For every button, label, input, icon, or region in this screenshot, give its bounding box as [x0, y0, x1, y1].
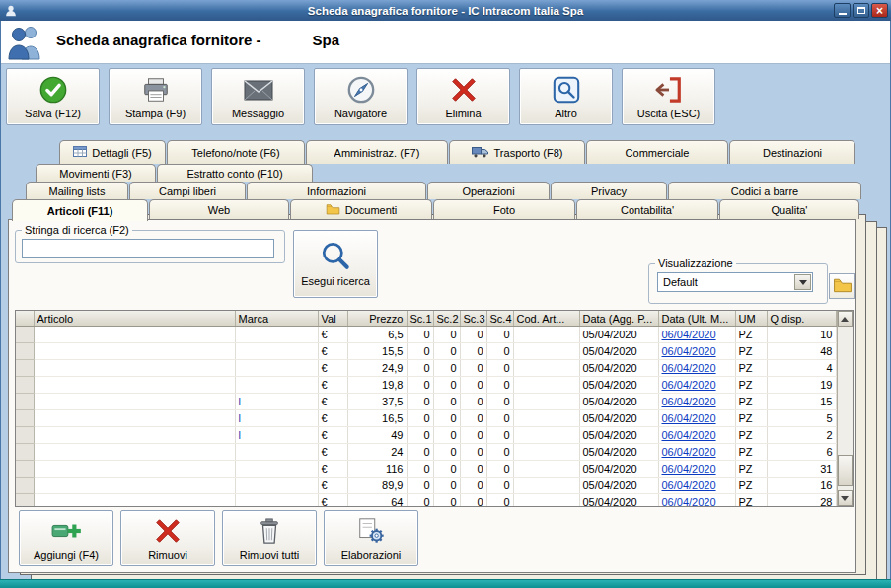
tab-estratto-conto[interactable]: Estratto conto (F10)	[157, 164, 313, 182]
row-selector-cell[interactable]	[16, 427, 34, 444]
col-um[interactable]: UM	[735, 311, 767, 327]
col-val[interactable]: Val	[318, 311, 347, 327]
cell-um: PZ	[735, 427, 767, 444]
row-selector-cell[interactable]	[16, 410, 34, 427]
col-q-disp[interactable]: Q disp.	[767, 311, 836, 327]
save-button[interactable]: Salva (F12)	[6, 68, 100, 125]
cell-val: €	[318, 327, 347, 343]
tab-telefono-note[interactable]: Telefono/note (F6)	[167, 140, 305, 164]
date-link[interactable]: 06/04/2020	[662, 429, 716, 441]
col-sc1[interactable]: Sc.1	[407, 311, 433, 327]
visualization-select[interactable]: Default	[657, 272, 813, 292]
date-link[interactable]: 06/04/2020	[662, 479, 716, 491]
tab-informazioni[interactable]: Informazioni	[247, 182, 426, 199]
message-button[interactable]: Messaggio	[211, 68, 305, 125]
delete-button[interactable]: Elimina	[416, 68, 510, 125]
tab-operazioni[interactable]: Operazioni	[427, 182, 550, 199]
date-link[interactable]: 06/04/2020	[662, 463, 716, 475]
table-row[interactable]: € 19,8 0 0 0 0 05/04/2020 06/04/2020 PZ …	[16, 377, 836, 394]
tab-contabilita[interactable]: Contabilita'	[576, 199, 718, 219]
tab-web[interactable]: Web	[149, 199, 289, 219]
col-marca[interactable]: Marca	[235, 311, 318, 327]
row-selector-cell[interactable]	[16, 478, 34, 494]
table-row[interactable]: € 24,9 0 0 0 0 05/04/2020 06/04/2020 PZ …	[16, 360, 836, 377]
close-button[interactable]: ×	[871, 3, 888, 18]
row-selector-cell[interactable]	[16, 394, 34, 410]
tab-movimenti[interactable]: Movimenti (F3)	[36, 164, 156, 182]
date-link[interactable]: 06/04/2020	[662, 412, 716, 424]
row-selector-cell[interactable]	[16, 494, 34, 508]
tab-articoli[interactable]: Articoli (F11)	[12, 199, 148, 221]
table-row[interactable]: € 6,5 0 0 0 0 05/04/2020 06/04/2020 PZ 1…	[16, 327, 836, 343]
scroll-up-button[interactable]	[838, 311, 853, 327]
tab-destinazioni[interactable]: Destinazioni	[729, 140, 855, 164]
table-row[interactable]: € 64 0 0 0 0 05/04/2020 06/04/2020 PZ 28	[16, 494, 836, 508]
vertical-scrollbar[interactable]	[837, 311, 853, 506]
row-selector-cell[interactable]	[16, 444, 34, 461]
tab-trasporto[interactable]: Trasporto (F8)	[449, 140, 585, 164]
date-link[interactable]: 06/04/2020	[662, 396, 716, 407]
table-row[interactable]: l € 37,5 0 0 0 0 05/04/2020 06/04/2020 P…	[16, 394, 836, 410]
cell-marca	[235, 327, 318, 343]
tab-amministraz[interactable]: Amministraz. (F7)	[306, 140, 448, 164]
tab-dettagli[interactable]: Dettagli (F5)	[59, 140, 166, 164]
row-selector-cell[interactable]	[16, 360, 34, 377]
col-data-ult[interactable]: Data (Ult. M...	[658, 311, 735, 327]
table-row[interactable]: l € 49 0 0 0 0 05/04/2020 06/04/2020 PZ …	[16, 427, 836, 444]
table-row[interactable]: € 15,5 0 0 0 0 05/04/2020 06/04/2020 PZ …	[16, 343, 836, 360]
tab-mailing-lists[interactable]: Mailing lists	[26, 182, 128, 199]
date-link[interactable]: 06/04/2020	[662, 446, 716, 458]
tab-privacy[interactable]: Privacy	[551, 182, 667, 199]
row-selector-cell[interactable]	[16, 377, 34, 394]
cell-sc4: 0	[486, 494, 513, 508]
row-selector-cell[interactable]	[16, 461, 34, 478]
run-search-button[interactable]: Esegui ricerca	[293, 230, 378, 298]
date-link[interactable]: 06/04/2020	[662, 329, 716, 340]
scrollbar-thumb[interactable]	[838, 455, 853, 486]
remove-button[interactable]: Rimuovi	[120, 510, 215, 566]
search-input[interactable]	[22, 239, 274, 258]
chevron-down-icon[interactable]	[794, 274, 811, 290]
col-data-agg[interactable]: Data (Agg. P...	[579, 311, 658, 327]
table-row[interactable]: l € 16,5 0 0 0 0 05/04/2020 06/04/2020 P…	[16, 410, 836, 427]
minimize-button[interactable]	[834, 3, 851, 18]
row-selector-cell[interactable]	[16, 327, 34, 343]
row-selector-cell[interactable]	[16, 343, 34, 360]
date-link[interactable]: 06/04/2020	[662, 362, 716, 374]
navigator-button[interactable]: Navigatore	[314, 68, 408, 125]
maximize-button[interactable]	[853, 3, 869, 18]
col-articolo[interactable]: Articolo	[34, 311, 235, 327]
tab-documenti[interactable]: Documenti	[290, 199, 432, 219]
cell-um: PZ	[735, 343, 767, 360]
titlebar[interactable]: Scheda anagrafica fornitore - IC Intraco…	[0, 0, 891, 21]
tab-codici-a-barre[interactable]: Codici a barre	[668, 182, 861, 199]
tab-campi-liberi[interactable]: Campi liberi	[129, 182, 246, 199]
cell-data-agg: 05/04/2020	[579, 410, 658, 427]
tab-commerciale[interactable]: Commerciale	[586, 140, 728, 164]
add-button[interactable]: Aggiungi (F4)	[19, 510, 113, 566]
exit-button[interactable]: Uscita (ESC)	[622, 68, 715, 125]
open-visualization-button[interactable]	[829, 273, 855, 299]
col-sc3[interactable]: Sc.3	[460, 311, 486, 327]
print-button[interactable]: Stampa (F9)	[109, 68, 202, 125]
table-row[interactable]: € 24 0 0 0 0 05/04/2020 06/04/2020 PZ 6	[16, 444, 836, 461]
table-row[interactable]: € 116 0 0 0 0 05/04/2020 06/04/2020 PZ 3…	[16, 461, 836, 478]
col-sc4[interactable]: Sc.4	[486, 311, 513, 327]
tab-qualita[interactable]: Qualita'	[719, 199, 859, 219]
tab-foto[interactable]: Foto	[433, 199, 575, 219]
date-link[interactable]: 06/04/2020	[662, 345, 716, 357]
cell-articolo	[34, 327, 235, 343]
table-row[interactable]: € 89,9 0 0 0 0 05/04/2020 06/04/2020 PZ …	[16, 478, 836, 494]
col-sc2[interactable]: Sc.2	[433, 311, 460, 327]
col-prezzo[interactable]: Prezzo	[347, 311, 407, 327]
cell-q-disp: 5	[767, 410, 836, 427]
col-cod-art[interactable]: Cod. Art...	[513, 311, 579, 327]
other-button[interactable]: Altro	[519, 68, 613, 125]
date-link[interactable]: 06/04/2020	[662, 379, 716, 391]
processing-button[interactable]: Elaborazioni	[324, 510, 418, 566]
remove-all-button[interactable]: Rimuovi tutti	[222, 510, 317, 566]
scroll-down-button[interactable]	[838, 490, 853, 506]
cell-cod-art	[513, 343, 579, 360]
date-link[interactable]: 06/04/2020	[662, 496, 716, 507]
cell-sc2: 0	[433, 360, 460, 377]
